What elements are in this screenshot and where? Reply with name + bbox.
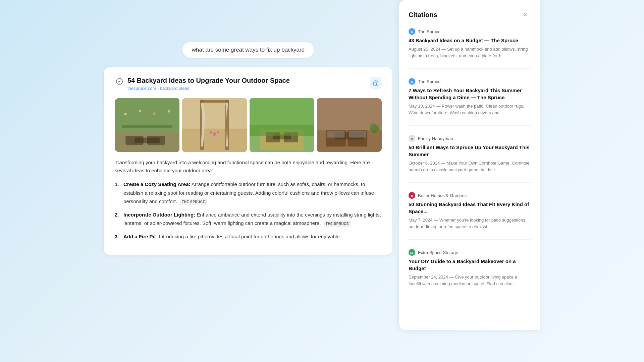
close-icon: × [524, 11, 527, 18]
svg-text:fh: fh [411, 138, 413, 140]
svg-text:ES: ES [410, 252, 414, 254]
citation-excerpt-5: September 24, 2024 — Give your outdoor l… [409, 274, 531, 287]
svg-point-18 [213, 132, 216, 136]
citations-panel: Citations × S The Spruce 43 Backyard Ide… [399, 0, 540, 330]
citation-source-name-2: The Spruce [418, 79, 440, 84]
close-citations-button[interactable]: × [520, 9, 531, 20]
query-text: what are some great ways to fix up backy… [192, 47, 305, 53]
query-bubble: what are some great ways to fix up backy… [182, 42, 314, 58]
citation-source-row-1: S The Spruce [409, 28, 531, 35]
citation-excerpt-2: May 18, 2024 — Power wash the patio. Cle… [409, 103, 531, 116]
list-item-title-2: Incorporate Outdoor Lighting: [123, 212, 195, 218]
citation-item-1: S The Spruce 43 Backyard Ideas on a Budg… [409, 28, 531, 69]
svg-rect-33 [327, 131, 345, 137]
citation-item-4: B Better Homes & Gardens 50 Stunning Bac… [409, 192, 531, 240]
list-item: 2. Incorporate Outdoor Lighting: Enhance… [115, 210, 382, 228]
citation-source-name-4: Better Homes & Gardens [418, 193, 467, 198]
svg-rect-14 [182, 129, 247, 152]
citations-header: Citations × [409, 9, 531, 20]
citation-source-name-3: Family Handyman [418, 136, 453, 141]
svg-rect-17 [200, 100, 229, 103]
list-item-text-3: Introducing a fire pit provides a focal … [159, 234, 340, 239]
backyard-image-4 [317, 98, 382, 152]
spruce-icon-2: S [409, 78, 415, 85]
citation-excerpt-3: October 6, 2024 — Make Your Own Cornhole… [409, 160, 531, 173]
list-num-2: 2. [115, 210, 121, 219]
citation-excerpt-1: August 25, 2024 — Set up a hammock and a… [409, 46, 531, 59]
citation-source-row-3: fh Family Handyman [409, 135, 531, 142]
answer-card: 54 Backyard Ideas to Upgrade Your Outdoo… [104, 67, 392, 255]
backyard-image-2 [182, 98, 247, 152]
citation-badge-1[interactable]: THE SPRUCE [180, 199, 207, 205]
answer-intro: Transforming your backyard into a welcom… [115, 159, 382, 175]
svg-rect-27 [250, 125, 314, 136]
citation-source-name-5: Extra Space Storage [418, 250, 458, 255]
svg-rect-34 [348, 131, 366, 137]
citation-article-title-1[interactable]: 43 Backyard Ideas on a Budget — The Spru… [409, 37, 531, 44]
citation-item-5: ES Extra Space Storage Your DIY Guide to… [409, 249, 531, 296]
citation-article-title-3[interactable]: 50 Brilliant Ways to Spruce Up Your Back… [409, 144, 531, 158]
svg-text:B: B [411, 194, 413, 197]
answer-source-text: thespruce.com › backyard ideas [127, 86, 189, 91]
svg-text:S: S [411, 30, 413, 34]
answer-header: 54 Backyard Ideas to Upgrade Your Outdoo… [115, 77, 382, 96]
backyard-image-3 [250, 98, 314, 152]
home-button[interactable] [370, 77, 382, 89]
spruce-icon-1: S [409, 28, 415, 35]
bhg-icon: B [409, 192, 415, 199]
svg-rect-5 [122, 125, 172, 128]
citation-source-row-5: ES Extra Space Storage [409, 249, 531, 256]
answer-source-link[interactable]: thespruce.com › backyard ideas [127, 86, 370, 91]
citation-source-name-1: The Spruce [418, 29, 440, 34]
list-num-3: 3. [115, 232, 121, 241]
citation-article-title-5[interactable]: Your DIY Guide to a Backyard Makeover on… [409, 258, 531, 272]
citation-article-title-2[interactable]: 7 Ways to Refresh Your Backyard This Sum… [409, 87, 531, 101]
svg-rect-12 [135, 138, 160, 143]
list-item: 1. Create a Cozy Seating Area: Arrange c… [115, 180, 382, 206]
list-item-title-1: Create a Cozy Seating Area: [123, 181, 191, 187]
citation-source-row-4: B Better Homes & Gardens [409, 192, 531, 199]
image-grid [115, 98, 382, 152]
citation-badge-2[interactable]: THE SPRUCE [324, 221, 351, 227]
list-item-content-1: Create a Cozy Seating Area: Arrange comf… [123, 180, 382, 206]
svg-point-19 [217, 131, 220, 134]
gpt-icon [115, 77, 124, 86]
backyard-image-1 [115, 98, 179, 152]
list-item-content-3: Add a Fire Pit: Introducing a fire pit p… [123, 232, 382, 241]
citation-excerpt-4: May 7, 2024 — Whether you're looking for… [409, 217, 531, 230]
list-item-content-2: Incorporate Outdoor Lighting: Enhance am… [123, 210, 382, 228]
svg-point-20 [209, 131, 212, 134]
citation-source-row-2: S The Spruce [409, 78, 531, 85]
citation-item-3: fh Family Handyman 50 Brilliant Ways to … [409, 135, 531, 183]
citation-item-2: S The Spruce 7 Ways to Refresh Your Back… [409, 78, 531, 126]
citations-title: Citations [409, 11, 437, 19]
list-num-1: 1. [115, 180, 121, 189]
list-item-title-3: Add a Fire Pit: [123, 234, 158, 239]
fh-icon: fh [409, 135, 415, 142]
svg-text:S: S [411, 80, 413, 83]
answer-title: 54 Backyard Ideas to Upgrade Your Outdoo… [127, 77, 370, 84]
es-icon: ES [409, 249, 415, 256]
citation-article-title-4[interactable]: 50 Stunning Backyard Ideas That Fit Ever… [409, 201, 531, 215]
answer-list: 1. Create a Cozy Seating Area: Arrange c… [115, 180, 382, 241]
svg-point-36 [370, 123, 376, 129]
list-item: 3. Add a Fire Pit: Introducing a fire pi… [115, 232, 382, 241]
